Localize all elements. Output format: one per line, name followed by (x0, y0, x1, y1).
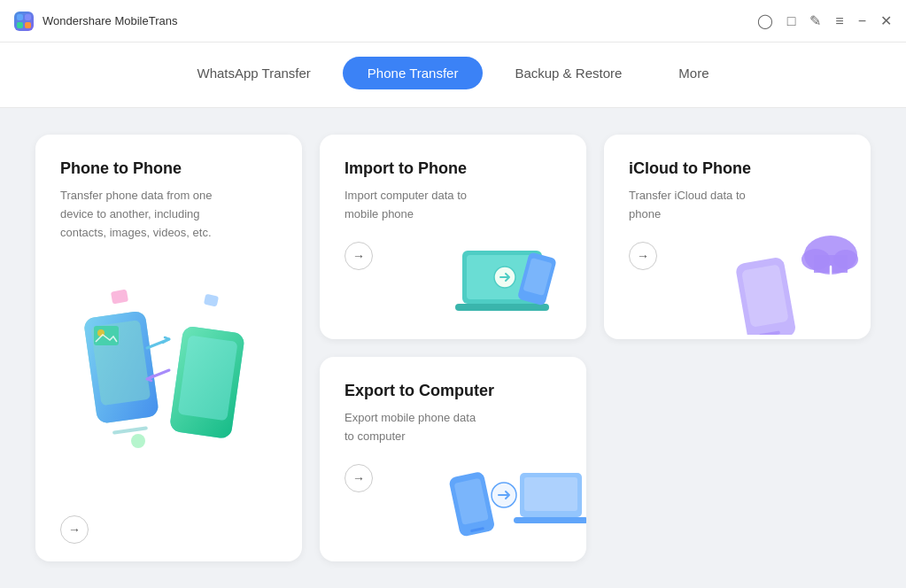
card-export-desc: Export mobile phone data to computer (345, 409, 486, 446)
app-logo (14, 12, 34, 31)
svg-rect-11 (110, 289, 128, 304)
app-title: Wondershare MobileTrans (43, 14, 757, 27)
card-export-title: Export to Computer (345, 382, 561, 400)
phone-to-phone-illustration (63, 277, 275, 481)
card-icloud-title: iCloud to Phone (629, 159, 846, 178)
cards-grid: Phone to Phone Transfer phone data from … (35, 135, 871, 561)
card-icloud-arrow[interactable]: → (629, 242, 657, 270)
tab-backup[interactable]: Backup & Restore (490, 57, 647, 89)
account-icon[interactable]: ◯ (757, 14, 773, 28)
close-icon[interactable]: ✕ (880, 14, 892, 28)
svg-rect-7 (112, 426, 147, 435)
export-illustration (440, 446, 586, 557)
tab-whatsapp[interactable]: WhatsApp Transfer (172, 57, 335, 89)
svg-rect-2 (17, 22, 23, 28)
card-import-arrow[interactable]: → (345, 242, 373, 270)
svg-rect-0 (17, 14, 23, 20)
card-phone-to-phone-arrow[interactable]: → (60, 515, 89, 544)
card-import-desc: Import computer data to mobile phone (345, 187, 486, 224)
svg-rect-35 (514, 517, 586, 523)
card-icloud-desc: Transfer iCloud data to phone (629, 187, 762, 224)
tab-phone[interactable]: Phone Transfer (343, 57, 484, 89)
edit-icon[interactable]: ✎ (809, 14, 821, 28)
card-phone-to-phone-desc: Transfer phone data from one device to a… (60, 187, 237, 242)
svg-rect-34 (524, 477, 577, 511)
card-import-title: Import to Phone (345, 159, 561, 178)
window-icon[interactable]: □ (787, 14, 796, 28)
card-icloud-to-phone: iCloud to Phone Transfer iCloud data to … (604, 135, 871, 339)
card-phone-to-phone: Phone to Phone Transfer phone data from … (35, 135, 302, 561)
title-bar: Wondershare MobileTrans ◯ □ ✎ ≡ − ✕ (0, 0, 906, 43)
card-import-to-phone: Import to Phone Import computer data to … (320, 135, 586, 339)
nav-bar: WhatsApp Transfer Phone Transfer Backup … (0, 43, 906, 108)
svg-rect-1 (25, 14, 31, 20)
svg-rect-18 (455, 304, 549, 311)
tab-more[interactable]: More (654, 57, 733, 89)
window-controls: ◯ □ ✎ ≡ − ✕ (757, 14, 892, 28)
svg-point-13 (131, 434, 145, 448)
card-export-to-computer: Export to Computer Export mobile phone d… (320, 357, 586, 561)
minimize-icon[interactable]: − (858, 14, 866, 28)
card-phone-to-phone-title: Phone to Phone (60, 159, 277, 178)
svg-rect-3 (25, 22, 31, 28)
svg-rect-12 (203, 293, 218, 306)
import-illustration (445, 224, 586, 330)
svg-rect-14 (94, 326, 119, 345)
icloud-illustration (729, 220, 871, 335)
menu-icon[interactable]: ≡ (835, 14, 843, 28)
card-export-arrow[interactable]: → (345, 464, 373, 492)
main-content: Phone to Phone Transfer phone data from … (0, 108, 906, 588)
